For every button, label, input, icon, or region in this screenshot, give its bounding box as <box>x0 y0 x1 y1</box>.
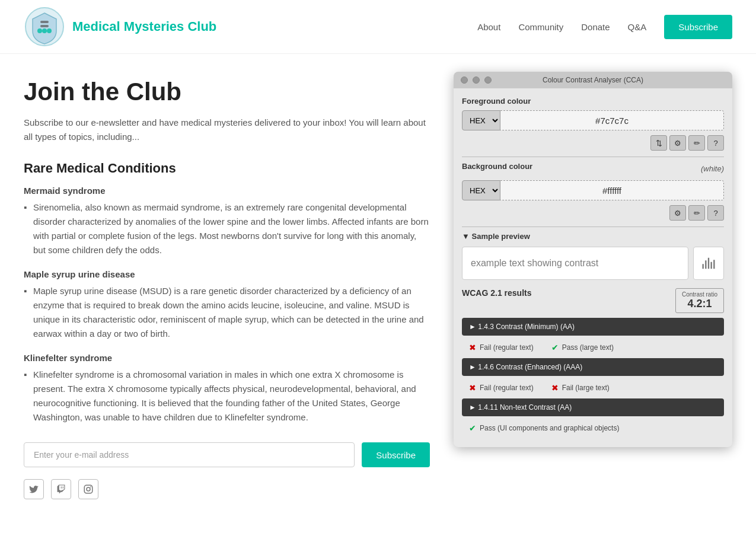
aaa-large-result: ✖ Fail (large text) <box>551 383 610 393</box>
wcag-header-row: WCAG 2.1 results Contrast ratio 4.2:1 <box>462 288 724 313</box>
background-section-header: Background colour (white) <box>462 162 724 176</box>
svg-point-4 <box>42 28 47 33</box>
background-type-select[interactable]: HEX <box>462 180 500 200</box>
fg-settings-icon[interactable]: ⚙ <box>669 135 686 151</box>
aa-regular-fail-icon: ✖ <box>469 343 476 352</box>
bg-help-icon[interactable]: ? <box>707 205 724 221</box>
condition-msud-desc: Maple syrup urine disease (MSUD) is a ra… <box>24 284 430 341</box>
twitter-icon[interactable] <box>24 479 44 499</box>
background-white-label: (white) <box>701 164 724 173</box>
nav-community[interactable]: Community <box>518 22 563 32</box>
contrast-ratio-label: Contrast ratio <box>682 291 717 298</box>
cca-body: Foreground colour HEX ⇅ ⚙ ✏ ? Background… <box>454 88 732 447</box>
condition-msud: Maple syrup urine disease Maple syrup ur… <box>24 269 430 341</box>
contrast-ratio-box: Contrast ratio 4.2:1 <box>675 288 724 313</box>
wcag-aaa-results: ✖ Fail (regular text) ✖ Fail (large text… <box>462 379 724 398</box>
twitch-icon[interactable] <box>51 479 71 499</box>
aa-regular-text: Fail (regular text) <box>480 343 534 352</box>
fg-eyedropper-icon[interactable]: ✏ <box>688 135 705 151</box>
foreground-type-select[interactable]: HEX <box>462 110 500 130</box>
traffic-light-minimize[interactable] <box>473 76 480 84</box>
condition-mermaid: Mermaid syndrome Sirenomelia, also known… <box>24 186 430 257</box>
logo-icon <box>24 6 65 47</box>
wcag-criterion-nontext-label: ► 1.4.11 Non-text Contrast (AA) <box>469 403 572 412</box>
bg-settings-icon[interactable]: ⚙ <box>669 205 686 221</box>
wcag-criterion-aaa-label: ► 1.4.6 Contrast (Enhanced) (AAA) <box>469 363 582 371</box>
wcag-nontext-results: ✔ Pass (UI components and graphical obje… <box>462 420 724 439</box>
header-subscribe-button[interactable]: Subscribe <box>664 15 732 39</box>
site-header: Medical Mysteries Club About Community D… <box>0 0 756 54</box>
wcag-criterion-nontext[interactable]: ► 1.4.11 Non-text Contrast (AA) <box>462 398 724 416</box>
aa-large-text: Pass (large text) <box>562 343 614 352</box>
sample-preview-header: ▼ Sample preview <box>462 232 724 241</box>
aa-large-pass-icon: ✔ <box>551 343 559 352</box>
wcag-title: WCAG 2.1 results <box>462 288 531 298</box>
email-subscribe-row: Subscribe <box>24 442 430 467</box>
wcag-aa-results: ✖ Fail (regular text) ✔ Pass (large text… <box>462 339 724 358</box>
cca-titlebar: Colour Contrast Analyser (CCA) <box>454 72 732 88</box>
aaa-regular-result: ✖ Fail (regular text) <box>469 383 534 393</box>
sample-preview-area: example text showing contrast <box>462 247 724 280</box>
bg-eyedropper-icon[interactable]: ✏ <box>688 205 705 221</box>
fg-sort-icon[interactable]: ⇅ <box>650 135 667 151</box>
condition-mermaid-title: Mermaid syndrome <box>24 186 430 196</box>
svg-rect-2 <box>40 25 49 27</box>
nav-donate[interactable]: Donate <box>581 22 610 32</box>
aaa-regular-text: Fail (regular text) <box>480 384 534 392</box>
cca-panel: Colour Contrast Analyser (CCA) Foregroun… <box>454 72 732 447</box>
traffic-light-maximize[interactable] <box>484 76 492 84</box>
sample-text-box: example text showing contrast <box>462 247 688 280</box>
social-icons-row <box>24 479 430 499</box>
condition-klinefelter-desc: Klinefelter syndrome is a chromosomal va… <box>24 368 430 425</box>
svg-point-5 <box>47 28 52 33</box>
main-container: Join the Club Subscribe to our e-newslet… <box>0 54 756 511</box>
subscribe-button[interactable]: Subscribe <box>362 442 430 467</box>
background-label: Background colour <box>462 162 532 171</box>
condition-klinefelter-title: Klinefelter syndrome <box>24 353 430 363</box>
left-content: Join the Club Subscribe to our e-newslet… <box>24 78 430 499</box>
instagram-icon[interactable] <box>78 479 98 499</box>
nav-about[interactable]: About <box>477 22 500 32</box>
background-hex-input[interactable] <box>500 180 724 200</box>
aaa-large-fail-icon: ✖ <box>551 383 559 393</box>
wcag-criterion-aaa[interactable]: ► 1.4.6 Contrast (Enhanced) (AAA) <box>462 358 724 376</box>
svg-point-3 <box>37 28 42 33</box>
foreground-hex-input[interactable] <box>500 110 724 130</box>
site-title: Medical Mysteries Club <box>72 19 216 34</box>
fg-help-icon[interactable]: ? <box>707 135 724 151</box>
nontext-pass-text: Pass (UI components and graphical object… <box>480 424 619 432</box>
traffic-light-close[interactable] <box>461 76 468 84</box>
section-title: Rare Medical Conditions <box>24 161 430 176</box>
aa-large-result: ✔ Pass (large text) <box>551 343 614 352</box>
divider-2 <box>462 227 724 227</box>
nontext-pass-icon: ✔ <box>469 423 476 433</box>
contrast-ratio-value: 4.2:1 <box>687 298 712 310</box>
aa-regular-result: ✖ Fail (regular text) <box>469 343 534 352</box>
divider-1 <box>462 157 724 157</box>
aaa-regular-fail-icon: ✖ <box>469 383 476 393</box>
nav-qa[interactable]: Q&A <box>628 22 647 32</box>
nontext-pass-result: ✔ Pass (UI components and graphical obje… <box>469 423 619 433</box>
aaa-large-text: Fail (large text) <box>562 384 610 392</box>
condition-msud-title: Maple syrup urine disease <box>24 269 430 279</box>
logo-area: Medical Mysteries Club <box>24 6 216 47</box>
condition-klinefelter: Klinefelter syndrome Klinefelter syndrom… <box>24 353 430 425</box>
page-title: Join the Club <box>24 78 430 106</box>
email-input[interactable] <box>24 442 355 467</box>
wcag-criterion-aa-label: ► 1.4.3 Contrast (Minimum) (AA) <box>469 323 575 331</box>
intro-text: Subscribe to our e-newsletter and have m… <box>24 116 430 144</box>
main-nav: About Community Donate Q&A Subscribe <box>477 15 732 39</box>
cca-title: Colour Contrast Analyser (CCA) <box>543 76 643 84</box>
condition-mermaid-desc: Sirenomelia, also known as mermaid syndr… <box>24 200 430 257</box>
sample-chart-button[interactable] <box>693 247 724 280</box>
background-icon-row: ⚙ ✏ ? <box>462 205 724 221</box>
svg-rect-1 <box>40 21 49 23</box>
background-input-row: HEX <box>462 180 724 200</box>
foreground-input-row: HEX <box>462 110 724 130</box>
wcag-criterion-aa[interactable]: ► 1.4.3 Contrast (Minimum) (AA) <box>462 318 724 336</box>
foreground-label: Foreground colour <box>462 97 724 106</box>
foreground-icon-row: ⇅ ⚙ ✏ ? <box>462 135 724 151</box>
